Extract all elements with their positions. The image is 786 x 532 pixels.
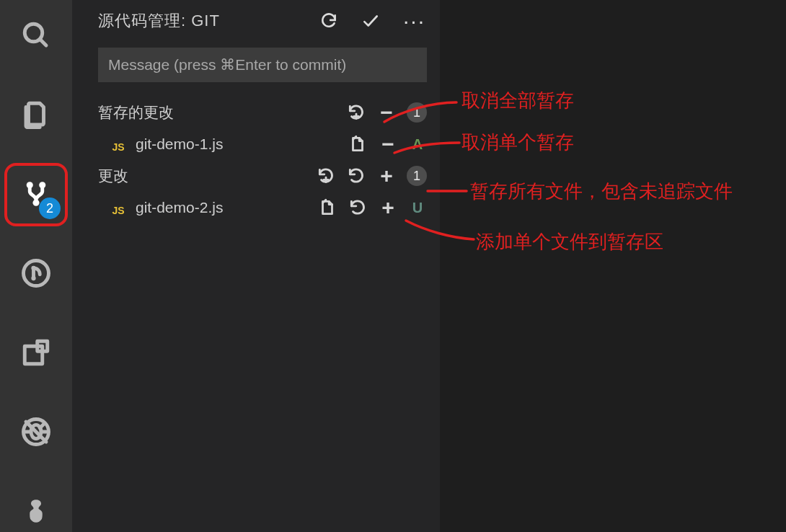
staged-label: 暂存的更改 xyxy=(98,102,346,123)
annotation-unstage-one: 取消单个暂存 xyxy=(462,130,574,155)
panel-header: 源代码管理: GIT ··· xyxy=(72,10,440,48)
changes-label: 更改 xyxy=(98,166,316,186)
svg-line-1 xyxy=(40,39,46,45)
editor-area xyxy=(440,0,786,532)
commit-message-input[interactable] xyxy=(108,56,417,74)
changes-count: 1 xyxy=(407,166,427,186)
stage-file-button[interactable]: + xyxy=(378,200,398,216)
panel-title: 源代码管理: GIT xyxy=(98,10,319,32)
staged-count: 1 xyxy=(407,102,427,123)
svg-line-17 xyxy=(40,425,43,428)
discard-all-icon[interactable] xyxy=(346,166,366,186)
scm-panel: 源代码管理: GIT ··· 暂存的更改 − 1 JS git-demo-1.j… xyxy=(72,0,440,532)
activity-extensions[interactable] xyxy=(14,332,58,373)
stage-all-button[interactable]: + xyxy=(376,168,397,184)
unstage-file-button[interactable]: − xyxy=(378,136,398,152)
open-file-icon[interactable] xyxy=(348,134,368,154)
panel-header-actions: ··· xyxy=(319,12,425,30)
activity-explorer[interactable] xyxy=(14,94,58,136)
discard-staged-icon[interactable] xyxy=(346,102,366,123)
staged-file-row[interactable]: JS git-demo-1.js − A xyxy=(72,128,440,160)
annotation-stage-all: 暂存所有文件，包含未追踪文件 xyxy=(470,179,733,204)
activity-git[interactable] xyxy=(14,252,58,294)
js-file-icon: JS xyxy=(110,199,127,216)
changes-header[interactable]: 更改 + 1 xyxy=(72,160,440,192)
unstage-all-button[interactable]: − xyxy=(376,105,397,120)
changes-file-name: git-demo-2.js xyxy=(136,199,317,216)
staged-file-name: git-demo-1.js xyxy=(136,136,348,153)
stash-icon[interactable] xyxy=(316,166,336,186)
file-status: U xyxy=(408,200,427,216)
activity-search[interactable] xyxy=(14,14,58,56)
file-status: A xyxy=(408,136,427,153)
activity-bar: 2 xyxy=(0,0,72,532)
commit-icon[interactable] xyxy=(361,12,380,30)
svg-rect-9 xyxy=(25,346,43,364)
annotation-stage-one: 添加单个文件到暂存区 xyxy=(476,229,663,254)
activity-scm[interactable]: 2 xyxy=(14,173,58,215)
open-file-icon[interactable] xyxy=(317,198,337,218)
annotation-unstage-all: 取消全部暂存 xyxy=(462,88,574,113)
svg-line-16 xyxy=(29,425,32,428)
more-icon[interactable]: ··· xyxy=(403,17,425,25)
svg-point-5 xyxy=(24,261,49,286)
refresh-icon[interactable] xyxy=(319,12,338,30)
activity-debug[interactable] xyxy=(14,411,58,453)
activity-plugin[interactable] xyxy=(14,490,58,532)
changes-file-row[interactable]: JS git-demo-2.js + U xyxy=(72,192,440,223)
discard-file-icon[interactable] xyxy=(348,198,368,218)
scm-badge: 2 xyxy=(39,198,61,219)
js-file-icon: JS xyxy=(110,136,127,153)
staged-header[interactable]: 暂存的更改 − 1 xyxy=(72,97,440,128)
commit-message-box[interactable] xyxy=(98,48,427,82)
